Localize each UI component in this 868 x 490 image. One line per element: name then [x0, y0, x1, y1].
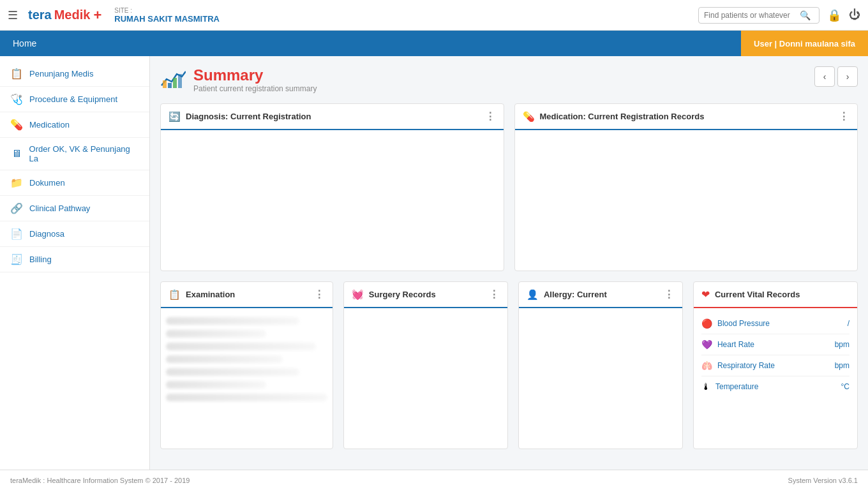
examination-card-title: Examination — [186, 290, 314, 299]
logo: teraMedik+ — [28, 7, 101, 24]
next-button[interactable]: › — [837, 66, 858, 87]
footer-right: System Version v3.6.1 — [788, 477, 858, 484]
site-name: RUMAH SAKIT MASMITRA — [114, 14, 220, 24]
sidebar-item-label: Penunjang Medis — [29, 69, 93, 78]
billing-icon: 🧾 — [10, 253, 23, 265]
summary-chart-icon — [160, 68, 186, 93]
blood-pressure-value: / — [848, 319, 849, 328]
allergy-card-body — [519, 308, 682, 449]
exam-line-5 — [166, 368, 299, 376]
vital-row-blood-pressure: 🔴 Blood Pressure / — [701, 313, 849, 334]
site-label: SITE : — [114, 7, 220, 14]
vital-row-respiratory-rate: 🫁 Respiratory Rate bpm — [701, 355, 849, 376]
svg-rect-1 — [168, 83, 172, 88]
order-icon: 🖥 — [10, 148, 23, 160]
summary-header: Summary Patient current registration sum… — [160, 66, 858, 93]
surgery-card-menu[interactable]: ⋮ — [489, 288, 500, 301]
summary-nav: ‹ › — [814, 66, 858, 87]
medication-card-menu[interactable]: ⋮ — [839, 110, 849, 122]
sidebar-item-label: Diagnosa — [29, 229, 64, 239]
top-card-row: 🔄 Diagnosis: Current Registration ⋮ 💊 Me… — [160, 103, 858, 271]
sidebar-item-order-ok[interactable]: 🖥 Order OK, VK & Penunjang La — [0, 138, 149, 170]
respiratory-rate-label: Respiratory Rate — [717, 361, 835, 370]
sidebar-item-procedure-equipment[interactable]: 🩺 Procedure & Equipment — [0, 87, 149, 112]
vital-card-body: 🔴 Blood Pressure / 💜 Heart Rate bpm 🫁 Re… — [694, 308, 857, 402]
footer-left: teraMedik : Healthcare Information Syste… — [10, 477, 190, 484]
allergy-icon: 👤 — [527, 289, 539, 301]
sidebar-item-medication[interactable]: 💊 Medication — [0, 112, 149, 138]
diagnosis-card-title: Diagnosis: Current Registration — [186, 112, 485, 121]
exam-line-2 — [166, 330, 266, 338]
sidebar-item-billing[interactable]: 🧾 Billing — [0, 247, 149, 272]
sidebar-item-diagnosa[interactable]: 📄 Diagnosa — [0, 221, 149, 247]
medication-card-title: Medication: Current Registration Records — [540, 112, 839, 121]
vital-card-header: ❤ Current Vital Records — [694, 282, 857, 308]
topbar-right: 🔍 🔒 ⏻ — [698, 7, 860, 24]
medication-card-header: 💊 Medication: Current Registration Recor… — [515, 104, 858, 130]
examination-card-menu[interactable]: ⋮ — [314, 288, 325, 301]
blood-pressure-icon: 🔴 — [701, 318, 712, 329]
sidebar-item-label: Dokumen — [29, 178, 65, 188]
exam-line-1 — [166, 317, 299, 325]
dokumen-icon: 📁 — [10, 177, 23, 189]
medication-card-body — [515, 130, 858, 271]
penunjang-medis-icon: 📋 — [10, 68, 23, 80]
power-icon[interactable]: ⏻ — [849, 8, 860, 22]
examination-card-body[interactable] — [161, 308, 333, 410]
diagnosis-card-header: 🔄 Diagnosis: Current Registration ⋮ — [161, 104, 504, 130]
content-area: Summary Patient current registration sum… — [150, 56, 868, 470]
sidebar-item-label: Clinical Pathway — [29, 204, 90, 213]
search-icon: 🔍 — [800, 10, 811, 20]
logo-medik: Medik — [54, 8, 91, 22]
menu-icon[interactable]: ☰ — [8, 8, 18, 22]
user-button[interactable]: User | Donni maulana sifa — [741, 31, 868, 56]
diagnosis-card-body — [161, 130, 504, 271]
svg-rect-2 — [173, 78, 177, 88]
exam-line-7 — [166, 394, 327, 401]
svg-rect-0 — [163, 80, 167, 88]
diagnosa-icon: 📄 — [10, 228, 23, 240]
exam-line-3 — [166, 343, 316, 350]
sidebar-item-dokumen[interactable]: 📁 Dokumen — [0, 170, 149, 196]
surgery-card-header: 💓 Surgery Records ⋮ — [344, 282, 507, 308]
heart-rate-icon: 💜 — [701, 339, 712, 350]
temperature-icon: 🌡 — [701, 382, 710, 392]
main-layout: 📋 Penunjang Medis 🩺 Procedure & Equipmen… — [0, 56, 868, 470]
sidebar-item-clinical-pathway[interactable]: 🔗 Clinical Pathway — [0, 196, 149, 221]
surgery-card-title: Surgery Records — [369, 290, 489, 299]
summary-title: Summary — [193, 66, 317, 84]
search-input[interactable] — [704, 11, 800, 20]
examination-icon: 📋 — [168, 289, 181, 301]
navbar: Home User | Donni maulana sifa — [0, 31, 868, 56]
clinical-pathway-icon: 🔗 — [10, 202, 23, 214]
sidebar-item-label: Billing — [29, 255, 52, 264]
medication-card: 💊 Medication: Current Registration Recor… — [514, 103, 858, 271]
medication-icon: 💊 — [10, 119, 23, 131]
home-tab[interactable]: Home — [0, 31, 49, 56]
vital-card-title: Current Vital Records — [715, 290, 800, 299]
surgery-icon: 💓 — [352, 289, 364, 301]
allergy-card-menu[interactable]: ⋮ — [664, 288, 675, 301]
summary-subtitle: Patient current registration summary — [193, 84, 317, 93]
search-box[interactable]: 🔍 — [698, 7, 819, 24]
summary-text: Summary Patient current registration sum… — [193, 66, 317, 93]
vital-row-heart-rate: 💜 Heart Rate bpm — [701, 334, 849, 355]
lock-icon[interactable]: 🔒 — [827, 8, 841, 22]
sidebar-item-label: Order OK, VK & Penunjang La — [29, 144, 139, 163]
allergy-card-header: 👤 Allergy: Current ⋮ — [519, 282, 682, 308]
prev-button[interactable]: ‹ — [814, 66, 835, 87]
sidebar-item-penunjang-medis[interactable]: 📋 Penunjang Medis — [0, 61, 149, 87]
blood-pressure-label: Blood Pressure — [717, 319, 848, 328]
temperature-label: Temperature — [715, 382, 841, 391]
examination-card: 📋 Examination ⋮ — [160, 281, 333, 449]
surgery-card: 💓 Surgery Records ⋮ — [343, 281, 508, 449]
diagnosis-card-menu[interactable]: ⋮ — [485, 110, 496, 122]
temperature-value: °C — [841, 382, 849, 391]
sidebar-item-label: Procedure & Equipment — [29, 94, 117, 104]
surgery-card-body — [344, 308, 507, 449]
sidebar-item-label: Medication — [29, 120, 70, 130]
exam-line-4 — [166, 355, 283, 363]
vital-row-temperature: 🌡 Temperature °C — [701, 376, 849, 397]
vital-heart-icon: ❤ — [701, 288, 710, 301]
vital-card: ❤ Current Vital Records 🔴 Blood Pressure… — [693, 281, 858, 449]
